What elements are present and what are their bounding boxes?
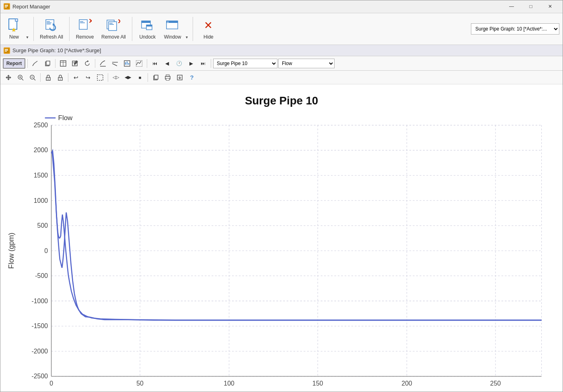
close-button[interactable]: ✕ [541,1,559,12]
svg-text:100: 100 [224,380,234,387]
refresh-btn[interactable] [82,58,93,69]
help-btn[interactable]: ? [186,72,197,83]
remove-all-button[interactable]: ✕ Remove All [99,15,129,43]
table-btn[interactable] [58,58,69,69]
undock-label: Undock [139,34,156,40]
stop-btn[interactable]: ■ [134,72,146,83]
svg-text:-2000: -2000 [31,348,48,355]
svg-text:Y: Y [60,78,61,80]
refresh-all-label: Refresh All [40,34,63,40]
hide-button[interactable]: ✕ Hide [196,15,220,43]
undock-icon [140,18,155,33]
new-dropdown-arrow[interactable]: ▼ [25,15,30,43]
redo-btn[interactable]: ↪ [82,72,94,83]
sub-header-title: Surge Pipe Graph: 10 [*Active*:Surge] [12,47,101,53]
app-icon [4,3,10,10]
window-button[interactable]: Window [161,15,184,43]
svg-rect-64 [166,78,169,80]
attribute-select[interactable]: FlowPressureVelocity [278,59,335,68]
undo-btn[interactable]: ↩ [70,72,82,83]
lock-x-btn[interactable]: X [43,72,54,83]
gtb-sep-5 [211,59,211,68]
svg-rect-33 [46,61,50,65]
svg-text:-2500: -2500 [31,373,48,380]
title-bar-left: Report Manager [4,3,50,10]
remove-button[interactable]: ✕ Remove [73,15,97,43]
clock-btn[interactable]: 🕐 [173,58,185,69]
copy-btn[interactable] [42,58,53,69]
zoom-out-btn[interactable] [27,72,38,83]
main-toolbar: ★ New ▼ Refresh A [0,13,563,45]
svg-rect-13 [80,22,85,23]
svg-rect-12 [80,21,83,22]
gtb2-sep-3 [108,73,108,82]
next-btn[interactable]: ▶ [185,58,197,69]
svg-text:✕: ✕ [88,18,92,24]
window-dropdown-arrow[interactable]: ▼ [184,15,189,43]
undock-button[interactable]: Undock [136,15,160,43]
window-label: Window [164,34,181,40]
svg-text:50: 50 [136,380,144,387]
pan-btn[interactable] [3,72,14,83]
svg-rect-2 [5,6,8,7]
select-btn[interactable] [95,72,106,83]
export-btn[interactable] [174,72,185,83]
prev-btn[interactable]: ◀ [161,58,173,69]
graph-props-btn[interactable] [121,58,133,69]
active-window-dropdown[interactable]: Surge Pipe Graph: 10 [*Active*:... [471,23,559,35]
graph-prop2-btn[interactable] [134,58,145,69]
svg-rect-1 [5,5,8,6]
expand-x-btn[interactable]: ◀▶ [122,72,134,83]
new-button[interactable]: ★ New [4,15,25,43]
rewind-btn[interactable]: ⏮ [149,58,160,69]
svg-text:✕: ✕ [117,18,120,25]
svg-rect-8 [47,22,51,23]
zoom-in-x-btn[interactable] [97,58,109,69]
svg-text:2000: 2000 [34,147,48,153]
line-chart-btn[interactable] [30,58,41,69]
table-edit-btn[interactable] [70,58,81,69]
sub-header-icon [4,47,10,54]
svg-rect-23 [146,25,152,27]
hide-label: Hide [203,34,214,40]
svg-rect-61 [154,75,158,79]
svg-rect-7 [47,21,50,22]
fastforward-btn[interactable]: ⏭ [197,58,209,69]
svg-text:-500: -500 [35,272,48,279]
toolbar-sep-3 [132,17,132,41]
chart-container: Surge Pipe 10 Flow [4,88,559,388]
hide-icon: ✕ [201,18,216,33]
svg-marker-40 [87,60,89,62]
window-select[interactable]: Surge Pipe Graph: 10 [*Active*:... [471,23,559,35]
toolbar-sep-2 [69,17,70,41]
copy2-btn[interactable] [150,72,161,83]
sub-header: Surge Pipe Graph: 10 [*Active*:Surge] [0,45,563,56]
svg-text:★: ★ [11,27,16,33]
remove-icon: ✕ [78,18,92,33]
refresh-all-button[interactable]: Refresh All [37,15,66,43]
svg-text:-1500: -1500 [31,323,48,329]
svg-rect-59 [97,75,103,80]
y-axis-label: Flow (gpm) [7,233,15,269]
remove-all-label: Remove All [101,34,126,40]
zoom-in-btn[interactable] [15,72,26,83]
report-button[interactable]: Report [3,58,25,69]
svg-text:X: X [47,78,49,80]
svg-text:1500: 1500 [34,172,48,179]
print-btn[interactable] [162,72,173,83]
zoom-out-x-btn[interactable] [109,58,121,69]
grid-lines [51,125,542,376]
svg-text:0: 0 [44,247,48,254]
chart-area: Surge Pipe 10 Flow [0,84,563,392]
shrink-x-btn[interactable]: ◁▷ [110,72,121,83]
gtb2-sep-4 [148,73,148,82]
x-axis-labels: 0 50 100 150 200 250 [49,380,501,387]
minimize-button[interactable]: — [502,1,521,12]
new-button-label: New [9,34,19,40]
svg-text:150: 150 [312,380,323,387]
pipe-select[interactable]: Surge Pipe 10Surge Pipe 1Surge Pipe 2 [213,59,277,68]
lock-y-btn[interactable]: Y [55,72,66,83]
window-icon [165,18,180,33]
maximize-button[interactable]: □ [522,1,540,12]
gtb-sep-3 [95,59,95,68]
